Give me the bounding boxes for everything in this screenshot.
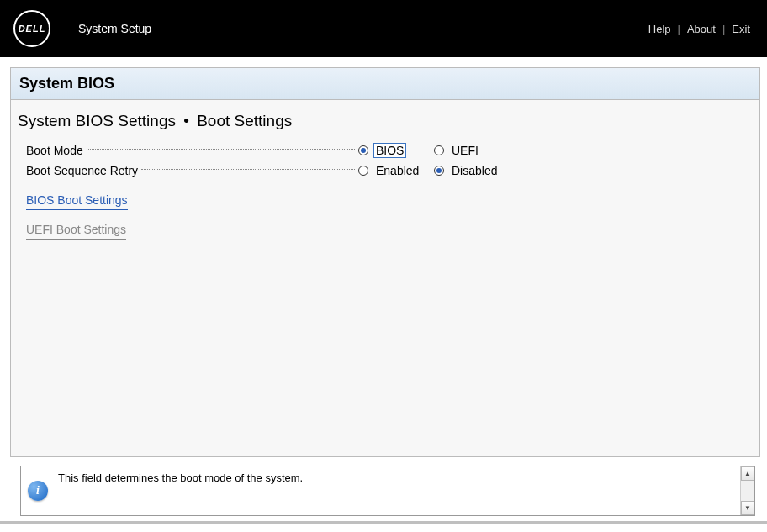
bios-boot-settings-link[interactable]: BIOS Boot Settings bbox=[26, 193, 128, 210]
radio-icon bbox=[434, 145, 444, 155]
footer-divider bbox=[0, 521, 767, 524]
help-icon-wrap: i bbox=[21, 466, 55, 515]
topbar-right: Help | About | Exit bbox=[645, 23, 754, 35]
exit-link[interactable]: Exit bbox=[728, 23, 754, 35]
breadcrumb: System BIOS Settings • Boot Settings bbox=[11, 100, 759, 137]
info-icon: i bbox=[28, 481, 48, 501]
breadcrumb-part-a: System BIOS Settings bbox=[18, 112, 176, 129]
boot-mode-bios-label: BIOS bbox=[373, 143, 406, 158]
boot-mode-radio-group: BIOS UEFI bbox=[358, 143, 510, 158]
setting-label-wrap: Boot Mode bbox=[26, 144, 358, 157]
radio-icon bbox=[358, 166, 368, 176]
brand-logo: DELL bbox=[13, 10, 50, 47]
uefi-boot-settings-row: UEFI Boot Settings bbox=[26, 222, 744, 240]
separator: | bbox=[719, 23, 728, 35]
leader-dots bbox=[141, 169, 355, 170]
help-panel: i This field determines the boot mode of… bbox=[20, 466, 755, 516]
boot-mode-bios-option[interactable]: BIOS bbox=[358, 143, 434, 158]
vertical-separator bbox=[66, 16, 66, 41]
boot-seq-retry-enabled-option[interactable]: Enabled bbox=[358, 163, 434, 178]
boot-mode-uefi-label: UEFI bbox=[449, 143, 481, 158]
breadcrumb-separator: • bbox=[180, 112, 193, 129]
breadcrumb-part-b: Boot Settings bbox=[197, 112, 292, 129]
separator: | bbox=[674, 23, 684, 35]
boot-mode-uefi-option[interactable]: UEFI bbox=[434, 143, 510, 158]
boot-seq-retry-radio-group: Enabled Disabled bbox=[358, 163, 510, 178]
main-panel: System BIOS System BIOS Settings • Boot … bbox=[10, 67, 760, 457]
scroll-down-button[interactable]: ▼ bbox=[741, 501, 754, 515]
scroll-up-button[interactable]: ▲ bbox=[741, 466, 754, 481]
boot-seq-retry-disabled-option[interactable]: Disabled bbox=[434, 163, 510, 178]
bios-boot-settings-row: BIOS Boot Settings bbox=[26, 192, 744, 210]
boot-seq-retry-enabled-label: Enabled bbox=[373, 163, 421, 178]
panel-title: System BIOS bbox=[11, 68, 759, 100]
about-link[interactable]: About bbox=[684, 23, 719, 35]
boot-seq-retry-disabled-label: Disabled bbox=[449, 163, 500, 178]
top-bar: DELL System Setup Help | About | Exit bbox=[0, 0, 767, 57]
radio-icon bbox=[358, 145, 368, 155]
leader-dots bbox=[87, 149, 355, 150]
boot-seq-retry-row: Boot Sequence Retry Enabled Disabled bbox=[26, 161, 744, 181]
settings-body: Boot Mode BIOS UEFI Boot Sequence Retry bbox=[11, 137, 759, 456]
radio-icon bbox=[434, 166, 444, 176]
help-text: This field determines the boot mode of t… bbox=[55, 466, 740, 515]
boot-mode-row: Boot Mode BIOS UEFI bbox=[26, 140, 744, 161]
uefi-boot-settings-link: UEFI Boot Settings bbox=[26, 223, 126, 240]
brand-text: DELL bbox=[19, 24, 46, 34]
help-link[interactable]: Help bbox=[645, 23, 674, 35]
boot-mode-label: Boot Mode bbox=[26, 144, 83, 157]
app-title: System Setup bbox=[78, 22, 151, 35]
help-scrollbar: ▲ ▼ bbox=[740, 466, 754, 515]
setting-label-wrap: Boot Sequence Retry bbox=[26, 164, 358, 177]
boot-seq-retry-label: Boot Sequence Retry bbox=[26, 164, 138, 177]
